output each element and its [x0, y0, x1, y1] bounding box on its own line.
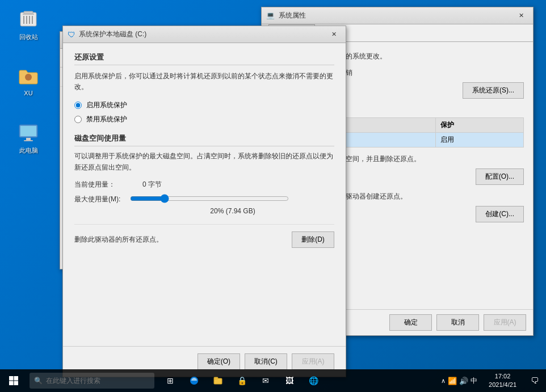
disk-space-desc: 可以调整用于系统保护的最大磁盘空间。占满空间时，系统将删除较旧的还原点以便为新还…: [74, 151, 334, 172]
sys-props-window-controls: ✕: [514, 10, 528, 22]
taskbar-search-input[interactable]: [46, 377, 137, 385]
task-view-button[interactable]: ⊞: [159, 369, 182, 392]
taskbar: 🔍 ⊞ 🔒 ✉ 🖼 🌐: [0, 369, 546, 392]
desktop-icon-computer[interactable]: 此电脑: [9, 119, 48, 157]
svg-rect-14: [9, 381, 14, 386]
restore-settings-title: 还原设置: [74, 52, 334, 65]
sys-props-ok-button[interactable]: 确定: [389, 314, 432, 331]
clock-date: 2021/4/21: [489, 381, 516, 389]
restore-settings-desc: 启用系统保护后，你可以通过及时将计算机还原到以前的某个状态点来撤消不需要的更改。: [74, 71, 334, 92]
sys-props-close-button[interactable]: ✕: [514, 10, 528, 22]
disable-protection-radio[interactable]: [74, 116, 82, 123]
user-folder-icon: [17, 65, 40, 87]
system-restore-button[interactable]: 系统还原(S)...: [463, 82, 524, 99]
restore-options-group: 启用系统保护 禁用系统保护: [74, 100, 334, 124]
protection-cell: 启用: [436, 133, 524, 147]
current-usage-value: 0 字节: [142, 180, 162, 189]
photos-button[interactable]: 🖼: [278, 369, 301, 392]
svg-rect-9: [20, 126, 36, 136]
computer-icon: [17, 121, 40, 144]
tray-volume-icon[interactable]: 🔊: [459, 377, 468, 385]
svg-point-7: [25, 74, 32, 81]
disk-dialog-shield-icon: 🛡: [68, 30, 75, 39]
current-usage-label: 当前使用量：: [74, 180, 125, 189]
svg-rect-13: [14, 376, 19, 381]
disk-protect-dialog: 🛡 系统保护本地磁盘 (C:) ✕ 还原设置 启用系统保护后，你可以通过及时将计…: [62, 26, 346, 377]
percent-label: 20% (7.94 GB): [131, 207, 334, 215]
taskbar-app-icons: ⊞ 🔒 ✉ 🖼 🌐: [159, 369, 325, 392]
max-usage-label: 最大使用量(M):: [74, 195, 125, 204]
disable-protection-label: 禁用系统保护: [86, 115, 127, 124]
computer-label: 此电脑: [19, 146, 38, 155]
notification-button[interactable]: 🗨: [523, 369, 546, 392]
desktop: 回收站 XU 此电脑 💻 系 ◀ 控制: [0, 0, 546, 392]
desktop-icon-recycle-bin[interactable]: 回收站: [9, 6, 48, 44]
svg-rect-6: [23, 14, 34, 15]
enable-protection-option[interactable]: 启用系统保护: [74, 100, 334, 110]
disk-space-title: 磁盘空间使用量: [74, 133, 334, 146]
disk-space-slider[interactable]: [130, 194, 289, 203]
tray-expand-icon[interactable]: ∧: [441, 377, 446, 385]
disk-dialog-apply-button[interactable]: 应用(A): [292, 353, 334, 370]
clock-time: 17:02: [495, 372, 511, 381]
taskbar-clock[interactable]: 17:02 2021/4/21: [482, 369, 523, 392]
svg-rect-11: [24, 140, 33, 141]
config-button[interactable]: 配置(O)...: [476, 168, 524, 185]
security-button[interactable]: 🔒: [230, 369, 253, 392]
delete-button[interactable]: 删除(D): [292, 231, 334, 248]
disable-protection-option[interactable]: 禁用系统保护: [74, 115, 334, 124]
user-folder-label: XU: [24, 90, 32, 96]
taskbar-search-box[interactable]: 🔍: [30, 373, 154, 389]
enable-protection-radio[interactable]: [74, 102, 82, 109]
disk-dialog-controls: ✕: [326, 28, 341, 41]
edge-button[interactable]: [183, 369, 205, 392]
protection-table-header-protection: 保护: [436, 118, 524, 133]
desktop-icon-user-folder[interactable]: XU: [9, 62, 48, 99]
disk-dialog-cancel-button[interactable]: 取消(C): [245, 353, 287, 370]
start-button[interactable]: [0, 369, 27, 392]
svg-rect-15: [14, 381, 19, 386]
max-usage-row: 最大使用量(M):: [74, 194, 334, 205]
svg-rect-1: [24, 11, 33, 14]
recycle-bin-label: 回收站: [19, 33, 38, 41]
current-usage-row: 当前使用量： 0 字节: [74, 180, 334, 189]
sys-props-apply-button[interactable]: 应用(A): [484, 314, 526, 331]
disk-dialog-ok-button[interactable]: 确定(O): [198, 353, 240, 370]
explorer-button[interactable]: [207, 369, 229, 392]
disk-dialog-close-button[interactable]: ✕: [326, 28, 341, 41]
svg-rect-17: [214, 377, 218, 379]
tray-language[interactable]: 中: [471, 376, 477, 386]
delete-restore-row: 删除此驱动器的所有还原点。 删除(D): [74, 224, 334, 248]
create-button[interactable]: 创建(C)...: [476, 206, 524, 222]
disk-space-section: 磁盘空间使用量 可以调整用于系统保护的最大磁盘空间。占满空间时，系统将删除较旧的…: [74, 133, 334, 214]
sys-props-cancel-button[interactable]: 取消: [436, 314, 479, 331]
sys-props-icon: 💻: [266, 11, 275, 20]
delete-label: 删除此驱动器的所有还原点。: [74, 235, 163, 245]
disk-dialog-titlebar: 🛡 系统保护本地磁盘 (C:) ✕: [63, 26, 346, 43]
disk-dialog-body: 还原设置 启用系统保护后，你可以通过及时将计算机还原到以前的某个状态点来撤消不需…: [63, 43, 346, 257]
recycle-bin-icon: [17, 8, 40, 31]
disk-dialog-title: 系统保护本地磁盘 (C:): [79, 29, 326, 39]
tray-network-icon[interactable]: 📶: [448, 377, 457, 385]
sys-props-titlebar: 💻 系统属性 ✕: [262, 7, 533, 24]
network-button[interactable]: 🌐: [302, 369, 325, 392]
slider-container: [130, 194, 334, 205]
taskbar-tray: ∧ 📶 🔊 中 17:02 2021/4/21 🗨: [436, 369, 546, 392]
svg-rect-12: [9, 376, 14, 381]
search-icon: 🔍: [34, 377, 43, 385]
mail-button[interactable]: ✉: [254, 369, 277, 392]
sys-props-title: 系统属性: [279, 11, 514, 20]
svg-rect-10: [26, 138, 31, 140]
enable-protection-label: 启用系统保护: [86, 100, 127, 110]
tray-icons: ∧ 📶 🔊 中: [436, 376, 482, 386]
